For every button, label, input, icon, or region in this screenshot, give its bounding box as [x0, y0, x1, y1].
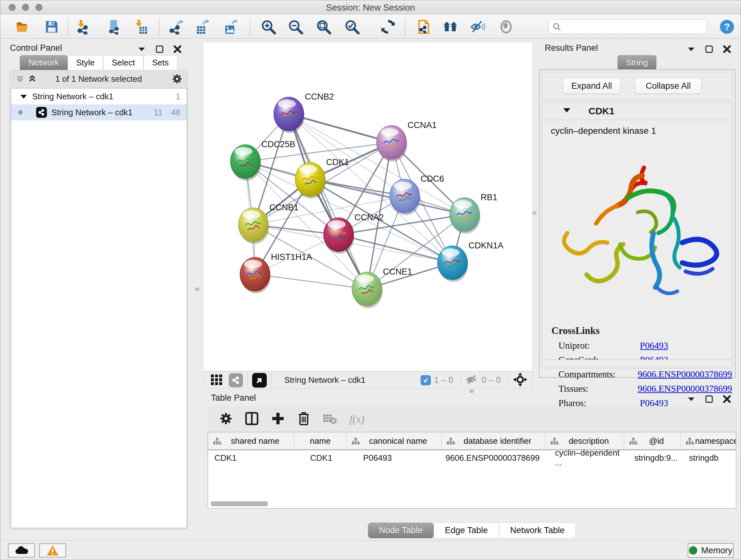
- delete-column-trash-icon[interactable]: [297, 411, 311, 427]
- network-node-CCNA1[interactable]: [377, 125, 407, 159]
- cell-shared-name[interactable]: CDK1: [208, 451, 294, 465]
- cell-name[interactable]: CDK1: [294, 451, 347, 465]
- float-panel-icon[interactable]: [155, 44, 164, 54]
- cell-namespace[interactable]: stringdb: [681, 451, 736, 465]
- node-label-CDK1: CDK1: [326, 158, 349, 167]
- hide-panel-eye-icon[interactable]: [470, 19, 485, 35]
- network-node-RB1[interactable]: [450, 198, 480, 232]
- help-icon[interactable]: ?: [719, 19, 735, 35]
- close-panel-icon[interactable]: [722, 44, 732, 54]
- column-header-shared-name[interactable]: shared name: [208, 432, 294, 449]
- expand-all-button[interactable]: Expand All: [563, 78, 620, 94]
- column-header-description[interactable]: description: [545, 432, 624, 449]
- network-node-HIST1H1A[interactable]: [240, 257, 270, 291]
- crosslink-label: Uniprot:: [558, 340, 640, 351]
- pan-network-icon[interactable]: [513, 373, 527, 388]
- warning-status-button[interactable]: [39, 543, 66, 557]
- open-session-icon[interactable]: [15, 19, 30, 35]
- tab-node-table[interactable]: Node Table: [368, 523, 434, 538]
- panel-menu-icon[interactable]: [686, 44, 696, 54]
- tab-sets[interactable]: Sets: [144, 55, 178, 70]
- float-panel-icon[interactable]: [704, 394, 714, 404]
- result-entry-header[interactable]: CDK1: [542, 102, 732, 120]
- svg-text:?: ?: [724, 21, 730, 32]
- panel-menu-icon[interactable]: [686, 394, 696, 404]
- selected-nodes-checkbox-icon[interactable]: [421, 375, 431, 385]
- network-node-CCNE1[interactable]: [352, 272, 382, 306]
- export-image-icon[interactable]: [223, 19, 238, 35]
- hidden-eye-icon: [466, 374, 478, 387]
- zoom-out-icon[interactable]: [288, 19, 303, 35]
- panel-menu-icon[interactable]: [137, 44, 146, 54]
- crosslink-link[interactable]: P06493: [640, 340, 668, 351]
- network-node-CDC25B[interactable]: [230, 145, 260, 179]
- collection-expand-arrow-icon[interactable]: [20, 91, 27, 102]
- add-column-icon[interactable]: [271, 412, 285, 427]
- network-collection-row[interactable]: String Network – cdk1 1: [11, 88, 187, 105]
- network-view-canvas[interactable]: CCNB2CCNA1CDC25BCDK1CDC6RB1CCNB1CCNA2CDK…: [203, 42, 533, 371]
- refresh-icon[interactable]: [381, 19, 396, 35]
- network-node-CCNA2[interactable]: [324, 218, 354, 252]
- table-row[interactable]: CDK1CDK1P064939606.ENSP00000378699cyclin…: [208, 451, 736, 465]
- export-network-icon[interactable]: [169, 19, 184, 35]
- gear-icon[interactable]: [172, 73, 183, 85]
- network-share-view-icon[interactable]: [229, 373, 243, 387]
- share-document-icon[interactable]: [416, 19, 431, 35]
- zoom-selected-icon[interactable]: [344, 19, 360, 35]
- network-node-CCNB2[interactable]: [274, 97, 304, 131]
- birds-eye-view-icon[interactable]: [252, 373, 267, 388]
- table-horizontal-scrollbar[interactable]: [211, 501, 268, 506]
- show-columns-icon[interactable]: [245, 412, 259, 427]
- results-horizontal-scrollbar[interactable]: [542, 360, 732, 368]
- tab-edge-table[interactable]: Edge Table: [434, 523, 499, 538]
- cell-database-identifier[interactable]: 9606.ENSP00000378699: [442, 451, 545, 465]
- tab-network[interactable]: Network: [20, 55, 67, 70]
- network-node-CDK1[interactable]: [295, 163, 325, 196]
- collapse-all-button[interactable]: Collapse All: [635, 78, 701, 94]
- warning-icon: [46, 545, 59, 556]
- home-icon[interactable]: [443, 19, 458, 35]
- close-panel-icon[interactable]: [722, 394, 732, 404]
- save-session-icon[interactable]: [44, 19, 59, 35]
- table-tabs: Node TableEdge TableNetwork Table: [206, 523, 738, 538]
- node-label-CDC6: CDC6: [421, 174, 444, 184]
- zoom-in-icon[interactable]: [261, 19, 276, 35]
- memory-button[interactable]: Memory: [688, 543, 734, 558]
- import-network-icon[interactable]: [75, 19, 91, 35]
- column-header-canonical-name[interactable]: canonical name: [347, 432, 442, 449]
- collection-count: 1: [176, 91, 180, 102]
- results-tab-string[interactable]: String: [617, 55, 657, 70]
- close-panel-icon[interactable]: [173, 44, 182, 54]
- left-splitter-handle[interactable]: [195, 287, 200, 291]
- network-row-selected[interactable]: String Network – cdk1 11 48: [11, 105, 187, 120]
- tab-style[interactable]: Style: [68, 55, 104, 70]
- network-node-CDKN1A[interactable]: [437, 246, 468, 280]
- cell-canonical-name[interactable]: P06493: [347, 451, 442, 465]
- column-header-name[interactable]: name: [294, 432, 347, 449]
- float-panel-icon[interactable]: [704, 44, 714, 54]
- tab-network-table[interactable]: Network Table: [499, 523, 576, 538]
- cloud-status-button[interactable]: [8, 543, 35, 557]
- network-view-title: String Network – cdk1: [284, 375, 365, 385]
- cell-description[interactable]: cyclin–dependent ...: [545, 451, 624, 465]
- tab-select[interactable]: Select: [103, 55, 143, 70]
- entry-collapse-arrow-icon[interactable]: [563, 108, 570, 114]
- zoom-fit-icon[interactable]: [316, 19, 331, 35]
- export-table-icon[interactable]: [194, 19, 210, 35]
- network-node-CCNB1[interactable]: [239, 208, 268, 242]
- import-table-icon[interactable]: [133, 19, 148, 35]
- column-header-namespace[interactable]: namespace: [681, 432, 736, 449]
- network-node-CDC6[interactable]: [390, 179, 420, 213]
- crosslink-link[interactable]: 9606.ENSP00000378699: [637, 369, 732, 380]
- column-header-@id[interactable]: @id: [624, 432, 681, 449]
- search-box: [549, 19, 707, 34]
- cell-@id[interactable]: stringdb:9...: [624, 451, 681, 465]
- grid-view-icon[interactable]: [210, 373, 223, 387]
- collection-name: String Network – cdk1: [32, 91, 113, 102]
- table-panel-title: Table Panel: [211, 393, 256, 403]
- table-settings-gear-icon[interactable]: [219, 412, 232, 427]
- show-panel-eye-icon[interactable]: [498, 19, 514, 35]
- column-header-database-identifier[interactable]: database identifier: [442, 432, 545, 449]
- search-input[interactable]: [563, 21, 703, 32]
- import-network-database-icon[interactable]: [106, 19, 121, 35]
